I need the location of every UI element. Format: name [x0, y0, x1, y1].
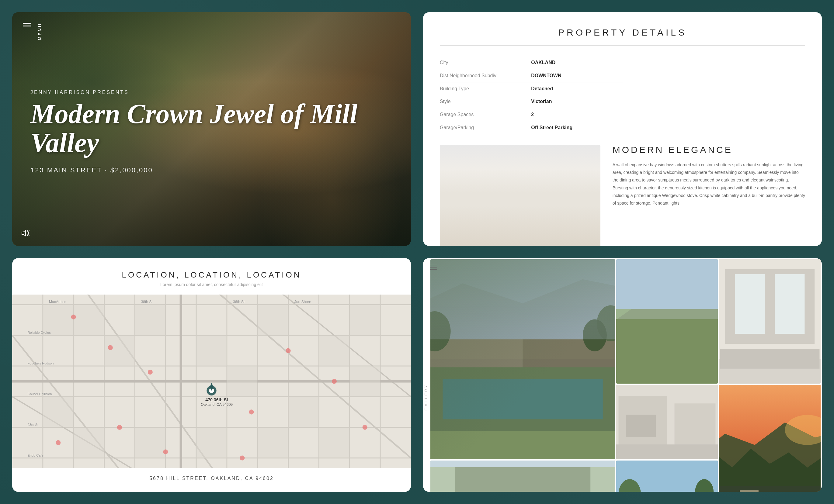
map-subtitle: Lorem ipsum dolor sit amet, consectetur … — [160, 282, 263, 287]
svg-rect-42 — [74, 305, 104, 335]
city-label: City — [440, 60, 531, 65]
detail-city-row: City OAKLAND — [440, 56, 622, 69]
gallery-image-3 — [719, 259, 820, 384]
svg-rect-57 — [350, 305, 380, 335]
svg-rect-102 — [775, 274, 805, 334]
svg-point-76 — [286, 348, 291, 353]
hero-panel: MENU JENNY HARRISON PRESENTS Modern Crow… — [12, 12, 411, 246]
svg-rect-87 — [523, 307, 615, 367]
svg-rect-7 — [440, 217, 600, 246]
svg-point-77 — [56, 440, 61, 445]
svg-point-79 — [363, 425, 368, 430]
col-divider — [635, 56, 635, 95]
details-grid: City OAKLAND Dist Neighborhood Subdiv DO… — [440, 56, 805, 134]
svg-rect-109 — [626, 415, 656, 437]
gallery-image-6 — [431, 460, 615, 492]
gallery-sidebar: GALLERY — [423, 258, 429, 492]
svg-rect-47 — [258, 305, 288, 335]
gallery-image-7 — [616, 460, 718, 492]
hero-price: $2,000,000 — [110, 166, 153, 174]
hero-top-bar: MENU — [12, 12, 411, 40]
svg-text:23rd St: 23rd St — [27, 423, 38, 427]
gallery-image-4 — [616, 385, 718, 459]
svg-rect-104 — [720, 349, 820, 368]
gallery-grid: SEE ALL — [429, 258, 822, 492]
menu-button[interactable] — [21, 21, 33, 28]
svg-rect-54 — [197, 428, 226, 458]
presenter-text: JENNY HARRISON PRESENTS — [30, 90, 393, 95]
hero-address: 123 MAIN STREET — [30, 166, 102, 174]
elegance-text: A wall of expansive bay windows adorned … — [613, 161, 805, 207]
svg-rect-52 — [74, 428, 104, 458]
details-col-right: Style Victorian Garage Spaces 2 Garage/P… — [440, 95, 622, 134]
svg-text:38th St: 38th St — [141, 300, 153, 304]
map-address: 5678 HILL STREET, OAKLAND, CA 94602 — [149, 468, 274, 481]
svg-text:MacArthur: MacArthur — [49, 300, 66, 304]
svg-text:Jun Shore: Jun Shore — [294, 300, 311, 304]
svg-marker-92 — [431, 279, 615, 339]
interior-image — [440, 145, 600, 246]
hero-content: JENNY HARRISON PRESENTS Modern Crown Jew… — [12, 90, 411, 180]
svg-rect-135 — [740, 490, 759, 492]
mute-button[interactable] — [21, 230, 30, 238]
svg-rect-10 — [528, 211, 549, 222]
menu-line-2 — [23, 25, 31, 26]
elegance-title: MODERN ELEGANCE — [613, 145, 805, 155]
gallery-menu-button[interactable] — [430, 265, 437, 270]
details-col-left: City OAKLAND Dist Neighborhood Subdiv DO… — [440, 56, 622, 95]
svg-text:470 36th St: 470 36th St — [205, 397, 228, 402]
svg-rect-88 — [431, 259, 615, 339]
details-bottom: MODERN ELEGANCE A wall of expansive bay … — [440, 145, 805, 246]
svg-rect-4 — [447, 157, 496, 217]
gallery-menu-line-2 — [430, 267, 437, 268]
svg-rect-45 — [197, 336, 226, 366]
svg-rect-5 — [463, 157, 496, 217]
svg-point-73 — [148, 370, 153, 374]
svg-text:36th St: 36th St — [233, 300, 245, 304]
garage-value: 2 — [531, 112, 622, 117]
neighborhood-label: Dist Neighborhood Subdiv — [440, 73, 531, 78]
detail-garage-row: Garage Spaces 2 — [440, 108, 622, 121]
svg-text:Reliable Cycles: Reliable Cycles — [27, 331, 51, 335]
svg-rect-86 — [431, 319, 523, 367]
property-details-panel: PROPERTY DETAILS City OAKLAND Dist Neigh… — [423, 12, 822, 246]
svg-rect-55 — [258, 428, 288, 458]
svg-rect-50 — [350, 366, 380, 396]
svg-rect-85 — [442, 380, 602, 419]
svg-rect-46 — [227, 366, 257, 396]
gallery-menu-line-3 — [430, 269, 437, 270]
svg-point-89 — [431, 311, 451, 351]
map-container[interactable]: MacArthur 38th St 36th St Jun Shore Reli… — [12, 295, 411, 468]
hero-footer — [12, 230, 411, 246]
parking-label: Garage/Parking — [440, 125, 531, 131]
style-value: Victorian — [531, 99, 622, 104]
svg-point-11 — [514, 147, 526, 159]
svg-rect-13 — [451, 234, 484, 246]
detail-style-row: Style Victorian — [440, 95, 622, 108]
svg-rect-94 — [616, 319, 718, 384]
svg-rect-84 — [431, 359, 615, 431]
svg-rect-6 — [540, 153, 580, 217]
gallery-image-8: SEE ALL — [719, 385, 820, 492]
svg-text:Fouche's Hudson: Fouche's Hudson — [27, 362, 53, 365]
gallery-menu-line-1 — [430, 265, 437, 266]
gallery-image-2 — [616, 259, 718, 384]
hero-subtitle: 123 MAIN STREET · $2,000,000 — [30, 166, 393, 174]
gallery-image-main — [431, 259, 615, 459]
city-value: OAKLAND — [531, 60, 622, 65]
map-panel: LOCATION, LOCATION, LOCATION Lorem ipsum… — [12, 258, 411, 492]
svg-rect-12 — [500, 159, 540, 191]
svg-point-71 — [71, 315, 76, 320]
svg-rect-97 — [616, 259, 718, 309]
svg-point-78 — [163, 449, 168, 454]
svg-rect-3 — [440, 145, 600, 217]
svg-rect-2 — [440, 145, 600, 246]
svg-point-80 — [240, 456, 244, 460]
elegance-description: MODERN ELEGANCE A wall of expansive bay … — [613, 145, 805, 246]
svg-rect-56 — [319, 428, 349, 458]
svg-rect-14 — [556, 230, 585, 246]
svg-text:Caliber Collision: Caliber Collision — [27, 392, 52, 396]
svg-rect-108 — [675, 404, 716, 448]
svg-rect-49 — [319, 336, 349, 366]
svg-rect-110 — [616, 444, 718, 459]
